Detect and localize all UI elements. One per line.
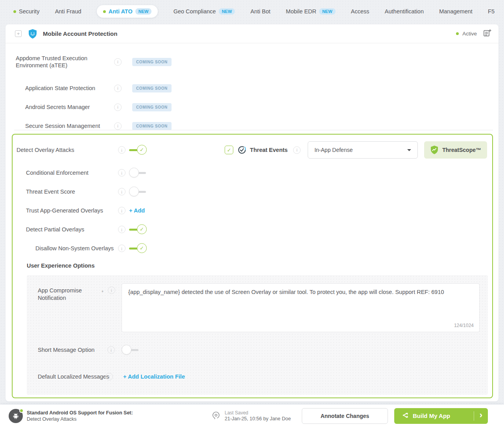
tab-label: Anti Fraud	[55, 8, 81, 15]
detect-partial-overlays-toggle[interactable]: ✓	[129, 224, 147, 235]
feature-label: Disallow Non-System Overlays	[35, 245, 114, 251]
build-label: Build My App	[413, 412, 450, 419]
build-footer: Standard Android OS Support for Fusion S…	[0, 405, 504, 427]
detect-overlay-toggle[interactable]: ✓	[129, 145, 147, 155]
tab-label: Management	[439, 8, 473, 15]
tab-label: Access	[351, 8, 369, 15]
tab-access[interactable]: Access	[351, 8, 369, 15]
coming-soon-badge: COMING SOON	[132, 58, 172, 66]
tab-anti-ato[interactable]: Anti ATO NEW	[97, 5, 158, 18]
threat-events-checkbox[interactable]: ✓	[225, 146, 233, 154]
tab-label: Anti ATO	[109, 8, 133, 15]
threatscope-button[interactable]: ThreatScope™	[424, 141, 487, 159]
row-disallow-non-system-overlays: Disallow Non-System Overlays i ✓	[13, 239, 492, 258]
tab-label: Geo Compliance	[174, 8, 216, 15]
feature-row-secure-session-management: Secure Session Management i COMING SOON	[16, 116, 491, 135]
toggle-track	[138, 172, 146, 174]
fusion-set-info: Standard Android OS Support for Fusion S…	[27, 410, 133, 422]
notification-message-box: {app_display_name} detected the use of S…	[122, 283, 480, 332]
field-label: App Compromise Notification	[38, 287, 99, 302]
field-label: Default Localized Messages	[38, 373, 109, 381]
toggle-knob	[129, 168, 139, 177]
info-icon[interactable]: i	[293, 146, 301, 154]
feature-label: Detect Overlay Attacks	[17, 147, 74, 153]
tab-security[interactable]: Security	[13, 8, 39, 15]
build-my-app-button[interactable]: Build My App ›	[394, 408, 488, 424]
new-badge: NEW	[219, 8, 235, 15]
tab-anti-fraud[interactable]: Anti Fraud	[55, 8, 81, 15]
tab-label: Authentification	[385, 8, 424, 15]
new-badge: NEW	[135, 8, 152, 15]
chevron-right-icon[interactable]: ›	[480, 411, 482, 421]
tab-geo-compliance[interactable]: Geo Compliance NEW	[174, 8, 235, 15]
add-overlay-link[interactable]: + Add	[129, 207, 145, 214]
row-detect-overlay-attacks: Detect Overlay Attacks i ✓ ✓ Th	[13, 138, 492, 162]
tab-f5[interactable]: F5	[488, 8, 495, 15]
info-icon[interactable]: i	[105, 373, 113, 381]
threatscope-shield-icon	[430, 145, 439, 155]
card-header-right: Active	[456, 29, 491, 39]
threat-events-group: ✓ Threat Events i In-App Defense	[225, 141, 487, 159]
expand-icon[interactable]: +	[15, 30, 22, 37]
feature-label: Conditional Enforcement	[26, 170, 89, 176]
row-conditional-enforcement: Conditional Enforcement i	[13, 163, 492, 182]
threat-event-score-toggle[interactable]	[129, 187, 147, 197]
check-icon: ✓	[137, 243, 147, 253]
status-label: Active	[462, 31, 477, 37]
coming-soon-badge: COMING SOON	[132, 122, 172, 130]
toggle-knob	[129, 187, 139, 196]
info-icon[interactable]: i	[118, 188, 126, 196]
tab-label: Security	[19, 8, 39, 15]
annotate-changes-button[interactable]: Annotate Changes	[302, 408, 388, 424]
info-icon[interactable]: i	[107, 346, 115, 354]
ux-options-heading: User Experience Options	[27, 256, 94, 275]
save-history-icon	[212, 411, 220, 421]
chevron-down-icon	[407, 149, 411, 151]
info-icon[interactable]: i	[114, 122, 122, 130]
short-message-toggle[interactable]	[122, 345, 139, 355]
new-badge: NEW	[319, 8, 336, 15]
info-icon[interactable]: i	[118, 226, 126, 233]
tab-authentification[interactable]: Authentification	[385, 8, 424, 15]
info-icon[interactable]: i	[118, 146, 126, 154]
tab-mobile-edr[interactable]: Mobile EDR NEW	[286, 8, 336, 15]
disallow-non-system-overlays-toggle[interactable]: ✓	[129, 243, 147, 253]
info-icon[interactable]: i	[114, 104, 122, 111]
row-threat-event-score: Threat Event Score i	[13, 182, 492, 201]
appdome-workspace: Security Anti Fraud Anti ATO NEW Geo Com…	[0, 0, 504, 427]
info-icon[interactable]: i	[118, 245, 126, 252]
info-icon[interactable]: i	[118, 207, 126, 214]
active-dot-icon	[103, 10, 106, 13]
threat-events-icon	[237, 145, 247, 155]
feature-label: Appdome Trusted Execution Environment (a…	[16, 55, 114, 69]
feature-label: Application State Protection	[16, 85, 114, 92]
detect-overlay-attacks-section: Detect Overlay Attacks i ✓ ✓ Th	[12, 134, 493, 398]
info-icon[interactable]: i	[114, 58, 122, 66]
card-header: + Mobile Account Protection Active	[6, 24, 498, 43]
app-compromise-notification-input[interactable]: {app_display_name} detected the use of S…	[122, 284, 479, 332]
check-icon: ✓	[137, 145, 147, 155]
coming-soon-badge: COMING SOON	[132, 103, 172, 111]
tab-anti-bot[interactable]: Anti Bot	[251, 8, 271, 15]
conditional-enforcement-toggle[interactable]	[129, 168, 147, 178]
last-saved-group: Last Saved 21-Jan-25, 10:56 by Jane Doe	[212, 410, 291, 421]
row-short-message-option: Short Message Option i	[27, 340, 488, 359]
check-icon: ✓	[137, 224, 147, 234]
threat-events-dropdown[interactable]: In-App Defense	[308, 141, 418, 159]
tab-management[interactable]: Management	[439, 8, 473, 15]
feature-row-atee: Appdome Trusted Execution Environment (a…	[16, 49, 491, 75]
info-icon[interactable]: i	[108, 287, 115, 294]
status-dot-icon	[456, 32, 459, 35]
last-saved-value: 21-Jan-25, 10:56 by Jane Doe	[225, 416, 291, 421]
fusion-set-title: Standard Android OS Support for Fusion S…	[27, 410, 133, 416]
feature-label: Secure Session Management	[16, 122, 114, 129]
last-saved-label: Last Saved	[225, 410, 291, 416]
info-icon[interactable]: i	[118, 169, 126, 177]
toggle-track	[138, 191, 146, 193]
field-label: Short Message Option	[38, 346, 94, 354]
section-divider	[14, 130, 493, 130]
annotate-note-icon[interactable]	[483, 29, 491, 39]
info-icon[interactable]: i	[114, 85, 122, 92]
add-localization-file-link[interactable]: + Add Localization File	[123, 373, 185, 380]
android-platform-icon	[9, 409, 23, 423]
